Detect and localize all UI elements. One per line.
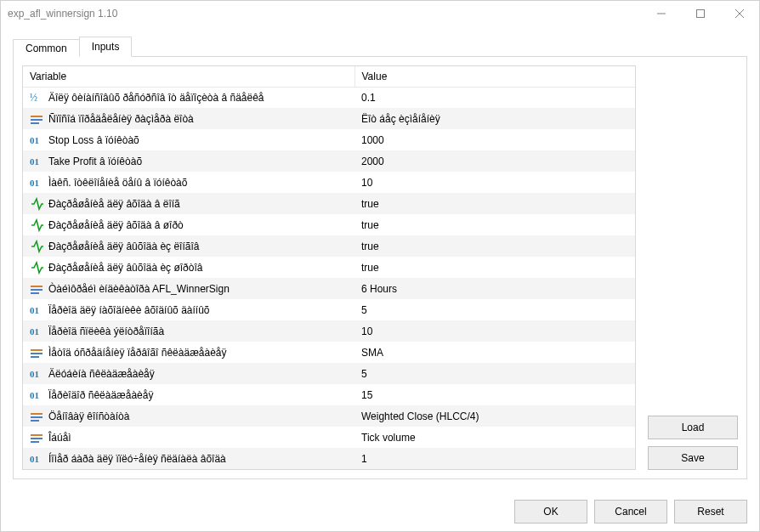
variable-value[interactable]: Tick volume <box>354 427 635 448</box>
variable-value[interactable]: 1 <box>354 448 635 469</box>
variable-name: Take Profit â ïóíêòàõ <box>48 156 142 167</box>
variable-name: Äîëÿ ôèíàíñîâûõ ðåñóðñîâ îò äåïîçèòà â ñ… <box>48 92 264 104</box>
string-type-icon <box>30 282 43 296</box>
variable-value[interactable]: Ëîò áåç èçìåíåíèÿ <box>354 108 635 129</box>
variable-name: Äëóáèíà ñêëàäæåàèåÿ <box>48 368 155 380</box>
svg-rect-6 <box>697 9 705 17</box>
variable-name: Îáúåì <box>48 432 71 444</box>
int-type-icon <box>30 133 43 147</box>
bool-type-icon <box>30 197 43 211</box>
table-row[interactable]: Ðàçðåøåíèå äëÿ âûõîäà èç øîðòîâtrue <box>23 257 635 278</box>
variable-name: Ñïîñîá ïîðåäåëåíèÿ ðàçìåðà ëîòà <box>48 113 194 125</box>
variable-value[interactable]: SMA <box>354 342 635 363</box>
int-type-icon <box>30 303 43 317</box>
minimize-icon <box>657 9 666 18</box>
variable-value[interactable]: true <box>354 193 635 214</box>
bool-type-icon <box>30 240 43 253</box>
variable-value[interactable]: 15 <box>354 384 635 405</box>
inputs-table: Variable Value Äîëÿ ôèíàíñîâûõ ðåñóðñîâ … <box>23 66 635 469</box>
reset-button[interactable]: Reset <box>674 500 747 524</box>
table-row[interactable]: Ìàêñ. îòêëîíåíèå öåíû â ïóíêòàõ10 <box>23 172 635 193</box>
close-button[interactable] <box>720 1 759 25</box>
string-type-icon <box>30 112 43 126</box>
table-row[interactable]: Äîëÿ ôèíàíñîâûõ ðåñóðñîâ îò äåïîçèòà â ñ… <box>23 87 635 108</box>
variable-name: Ïåðèîäîð ñêëàäæåàèåÿ <box>48 389 153 401</box>
variable-name: Íîìåð áàðà äëÿ ïïëó÷åíèÿ ñëäíàëà âõîäà <box>48 453 226 465</box>
int-type-icon <box>30 367 43 381</box>
ok-button[interactable]: OK <box>514 500 587 524</box>
variable-name: Ðàçðåøåíèå äëÿ âõîäà â ëîíã <box>48 198 180 210</box>
tabstrip: Common Inputs <box>13 34 747 56</box>
minimize-button[interactable] <box>642 1 681 25</box>
window-controls <box>642 1 759 25</box>
table-row[interactable]: Ñïîñîá ïîðåäåëåíèÿ ðàçìåðà ëîòàËîò áåç è… <box>23 108 635 129</box>
window-title: exp_afl_winnersign 1.10 <box>8 8 117 20</box>
col-header-value[interactable]: Value <box>354 66 635 87</box>
table-row[interactable]: Ïåðèîä äëÿ íàõîäíèêè âõîäíûõ äàííûõ5 <box>23 299 635 320</box>
int-type-icon <box>30 176 43 190</box>
close-icon <box>735 9 744 18</box>
table-row[interactable]: Íîìåð áàðà äëÿ ïïëó÷åíèÿ ñëäíàëà âõîäà1 <box>23 448 635 469</box>
inputs-table-container: Variable Value Äîëÿ ôèíàíñîâûõ ðåñóðñîâ … <box>22 65 636 470</box>
variable-value[interactable]: 1000 <box>354 129 635 150</box>
string-type-icon <box>30 346 43 359</box>
variable-value[interactable]: true <box>354 214 635 235</box>
titlebar: exp_afl_winnersign 1.10 <box>1 1 759 25</box>
variable-name: Stop Loss â ïóíêòàõ <box>48 134 139 146</box>
save-button[interactable]: Save <box>648 446 738 470</box>
tab-inputs[interactable]: Inputs <box>79 37 133 57</box>
int-type-icon <box>30 325 43 338</box>
table-row[interactable]: Ïåðèîäîð ñêëàäæåàèåÿ15 <box>23 384 635 405</box>
tab-panel-inputs: Variable Value Äîëÿ ôèíàíñîâûõ ðåñóðñîâ … <box>13 56 747 479</box>
variable-name: Ðàçðåøåíèå äëÿ âõîäà â øîðò <box>48 219 184 231</box>
int-type-icon <box>30 452 43 466</box>
cancel-button[interactable]: Cancel <box>594 500 667 524</box>
variable-name: Ïåðèîä äëÿ íàõîäíèêè âõîäíûõ äàííûõ <box>48 304 210 316</box>
variable-name: Ìåòîä óñðåäíåíèÿ ïåðâîãî ñêëàäæåàèåÿ <box>48 347 227 359</box>
variable-value[interactable]: true <box>354 235 635 257</box>
maximize-button[interactable] <box>681 1 720 25</box>
table-row[interactable]: Ðàçðåøåíèå äëÿ âõîäà â øîðòtrue <box>23 214 635 235</box>
bool-type-icon <box>30 218 43 232</box>
variable-name: Ïåðèîä ñïëèêà ýëíòðåïîíãà <box>48 325 164 337</box>
variable-value[interactable]: 0.1 <box>354 87 635 108</box>
tab-common[interactable]: Common <box>13 39 80 57</box>
dialog-window: exp_afl_winnersign 1.10 Common Inputs <box>0 0 760 532</box>
table-row[interactable]: Ìåòîä óñðåäíåíèÿ ïåðâîãî ñêëàäæåàèåÿSMA <box>23 342 635 363</box>
variable-name: Òàéìôðåéì èíäèêàòîðà AFL_WinnerSign <box>48 283 230 295</box>
table-row[interactable]: Ðàçðåøåíèå äëÿ âûõîäà èç ëîíãîâtrue <box>23 235 635 257</box>
content-area: Common Inputs Variable Value Äîëÿ ôèíàíñ… <box>1 25 759 491</box>
table-row[interactable]: Öåíîâàÿ êîíñòàíòàWeighted Close (HLCC/4) <box>23 405 635 427</box>
load-button[interactable]: Load <box>648 416 738 439</box>
table-row[interactable]: Äëóáèíà ñêëàäæåàèåÿ5 <box>23 363 635 384</box>
table-row[interactable]: Take Profit â ïóíêòàõ2000 <box>23 150 635 172</box>
maximize-icon <box>696 9 705 18</box>
variable-name: Ìàêñ. îòêëîíåíèå öåíû â ïóíêòàõ <box>48 177 187 189</box>
table-row[interactable]: Òàéìôðåéì èíäèêàòîðà AFL_WinnerSign6 Hou… <box>23 278 635 299</box>
string-type-icon <box>30 410 43 423</box>
variable-value[interactable]: 5 <box>354 363 635 384</box>
table-row[interactable]: ÎáúåìTick volume <box>23 427 635 448</box>
side-buttons: Load Save <box>648 65 738 470</box>
int-type-icon <box>30 388 43 402</box>
table-row[interactable]: Ïåðèîä ñïëèêà ýëíòðåïîíãà10 <box>23 320 635 342</box>
double-type-icon <box>30 91 43 105</box>
col-header-variable[interactable]: Variable <box>23 66 354 87</box>
variable-value[interactable]: 2000 <box>354 150 635 172</box>
variable-value[interactable]: 5 <box>354 299 635 320</box>
variable-name: Ðàçðåøåíèå äëÿ âûõîäà èç øîðòîâ <box>48 262 202 274</box>
int-type-icon <box>30 155 43 168</box>
variable-value[interactable]: 6 Hours <box>354 278 635 299</box>
variable-name: Öåíîâàÿ êîíñòàíòà <box>48 410 129 422</box>
dialog-footer: OK Cancel Reset <box>1 491 759 531</box>
table-row[interactable]: Ðàçðåøåíèå äëÿ âõîäà â ëîíãtrue <box>23 193 635 214</box>
variable-name: Ðàçðåøåíèå äëÿ âûõîäà èç ëîíãîâ <box>48 241 199 252</box>
variable-value[interactable]: Weighted Close (HLCC/4) <box>354 405 635 427</box>
bool-type-icon <box>30 261 43 274</box>
string-type-icon <box>30 431 43 444</box>
variable-value[interactable]: true <box>354 257 635 278</box>
variable-value[interactable]: 10 <box>354 172 635 193</box>
variable-value[interactable]: 10 <box>354 320 635 342</box>
table-header-row: Variable Value <box>23 66 635 87</box>
table-row[interactable]: Stop Loss â ïóíêòàõ1000 <box>23 129 635 150</box>
